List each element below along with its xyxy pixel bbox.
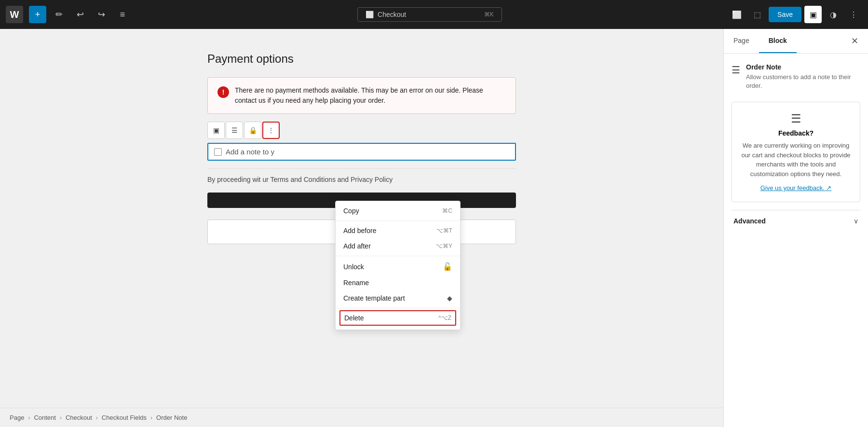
menu-item-delete[interactable]: Delete ^⌥Z — [339, 310, 456, 326]
delete-label: Delete — [344, 314, 364, 322]
block-description: Allow customers to add a note to their o… — [746, 73, 860, 90]
advanced-section: Advanced ∨ — [732, 210, 860, 232]
block-toolbar-row: ▣ ☰ 🔒 ⋮ — [207, 122, 516, 139]
list-view-button[interactable]: ≡ — [114, 6, 131, 23]
page-title-text: Checkout — [378, 11, 406, 18]
feedback-title: Feedback? — [740, 129, 852, 137]
main-toolbar: W + ✏ ↩ ↪ ≡ ⬜ Checkout ⌘K ⬜ ⬚ Save ▣ ◑ ⋮ — [0, 0, 868, 29]
block-layout-button[interactable]: ▣ — [207, 122, 225, 139]
wp-logo-icon[interactable]: W — [6, 6, 23, 23]
redo-button[interactable]: ↪ — [93, 6, 110, 23]
toolbar-right: ⬜ ⬚ Save ▣ ◑ ⋮ — [728, 6, 862, 23]
context-menu: Copy ⌘C Add before ⌥⌘T Add after ⌥⌘Y Unl — [335, 201, 461, 330]
add-after-label: Add after — [343, 242, 371, 250]
add-block-button[interactable]: + — [29, 6, 46, 23]
order-note-checkbox[interactable] — [214, 148, 222, 156]
menu-item-unlock[interactable]: Unlock 🔓 — [336, 258, 460, 275]
copy-shortcut: ⌘C — [442, 207, 452, 214]
advanced-header[interactable]: Advanced ∨ — [732, 217, 860, 225]
block-info-icon: ☰ — [732, 64, 740, 76]
divider-1 — [207, 168, 516, 169]
add-after-shortcut: ⌥⌘Y — [436, 243, 452, 249]
feedback-section: ☰ Feedback? We are currently working on … — [732, 102, 860, 202]
payment-heading: Payment options — [207, 52, 516, 66]
menu-item-copy[interactable]: Copy ⌘C — [336, 203, 460, 219]
edit-mode-button[interactable]: ✏ — [50, 6, 68, 23]
rename-label: Rename — [343, 279, 369, 287]
external-link-button[interactable]: ⬚ — [748, 6, 766, 23]
order-note-label: Add a note to y — [226, 148, 274, 156]
block-lock-button[interactable]: 🔒 — [244, 122, 261, 139]
toolbar-center: ⬜ Checkout ⌘K — [135, 7, 724, 22]
breadcrumb-bar: Page › Content › Checkout › Checkout Fie… — [0, 408, 723, 427]
contrast-button[interactable]: ◑ — [825, 6, 842, 23]
menu-divider-3 — [336, 308, 460, 308]
feedback-icon: ☰ — [740, 112, 852, 125]
save-button[interactable]: Save — [769, 7, 801, 22]
editor-canvas: Payment options ! There are no payment m… — [207, 52, 516, 408]
block-info: ☰ Order Note Allow customers to add a no… — [732, 63, 860, 90]
breadcrumb-content[interactable]: Content — [34, 414, 56, 421]
error-icon: ! — [217, 86, 229, 98]
create-template-label: Create template part — [343, 294, 405, 302]
shortcut-label: ⌘K — [484, 11, 494, 18]
undo-button[interactable]: ↩ — [71, 6, 89, 23]
breadcrumb-sep-1: › — [28, 414, 30, 421]
menu-item-rename[interactable]: Rename — [336, 275, 460, 290]
main-layout: Payment options ! There are no payment m… — [0, 29, 868, 427]
block-title: Order Note — [746, 63, 860, 71]
terms-text: By proceeding wit ur Terms and Condition… — [207, 175, 516, 185]
sidebar: Page Block ✕ ☰ Order Note Allow customer… — [723, 29, 868, 427]
breadcrumb-checkout-fields[interactable]: Checkout Fields — [102, 414, 147, 421]
add-before-label: Add before — [343, 227, 377, 234]
block-document-button[interactable]: ☰ — [226, 122, 243, 139]
breadcrumb-sep-4: › — [150, 414, 152, 421]
breadcrumb-checkout[interactable]: Checkout — [66, 414, 92, 421]
menu-divider-1 — [336, 220, 460, 221]
copy-label: Copy — [343, 207, 359, 215]
sidebar-close-button[interactable]: ✕ — [847, 33, 862, 49]
menu-item-add-before[interactable]: Add before ⌥⌘T — [336, 223, 460, 238]
breadcrumb-sep-3: › — [96, 414, 98, 421]
block-more-button[interactable]: ⋮ — [262, 122, 280, 139]
editor-area: Payment options ! There are no payment m… — [0, 29, 723, 427]
menu-divider-2 — [336, 256, 460, 256]
page-title-bar[interactable]: ⬜ Checkout ⌘K — [357, 7, 502, 22]
block-info-content: Order Note Allow customers to add a note… — [746, 63, 860, 90]
editor-content: Payment options ! There are no payment m… — [0, 29, 723, 408]
sidebar-body: ☰ Order Note Allow customers to add a no… — [724, 54, 868, 427]
menu-item-create-template[interactable]: Create template part ◆ — [336, 290, 460, 306]
sidebar-header: Page Block ✕ — [724, 29, 868, 54]
feedback-link[interactable]: Give us your feedback. ↗ — [760, 184, 832, 192]
tab-block[interactable]: Block — [759, 29, 797, 53]
feedback-text: We are currently working on improving ou… — [740, 141, 852, 179]
order-note-row[interactable]: Add a note to y — [207, 143, 516, 161]
layout-button[interactable]: ▣ — [804, 6, 822, 23]
menu-item-add-after[interactable]: Add after ⌥⌘Y — [336, 238, 460, 254]
delete-shortcut: ^⌥Z — [438, 315, 451, 321]
unlock-label: Unlock — [343, 263, 364, 271]
error-text: There are no payment methods available. … — [235, 85, 506, 106]
breadcrumb-page[interactable]: Page — [10, 414, 24, 421]
add-before-shortcut: ⌥⌘T — [436, 227, 452, 234]
advanced-label: Advanced — [733, 217, 766, 225]
tab-page[interactable]: Page — [724, 29, 759, 53]
payment-error-box: ! There are no payment methods available… — [207, 77, 516, 114]
chevron-down-icon: ∨ — [854, 217, 858, 225]
breadcrumb-sep-2: › — [60, 414, 62, 421]
more-options-button[interactable]: ⋮ — [845, 6, 862, 23]
view-button[interactable]: ⬜ — [728, 6, 746, 23]
breadcrumb-order-note[interactable]: Order Note — [156, 414, 187, 421]
